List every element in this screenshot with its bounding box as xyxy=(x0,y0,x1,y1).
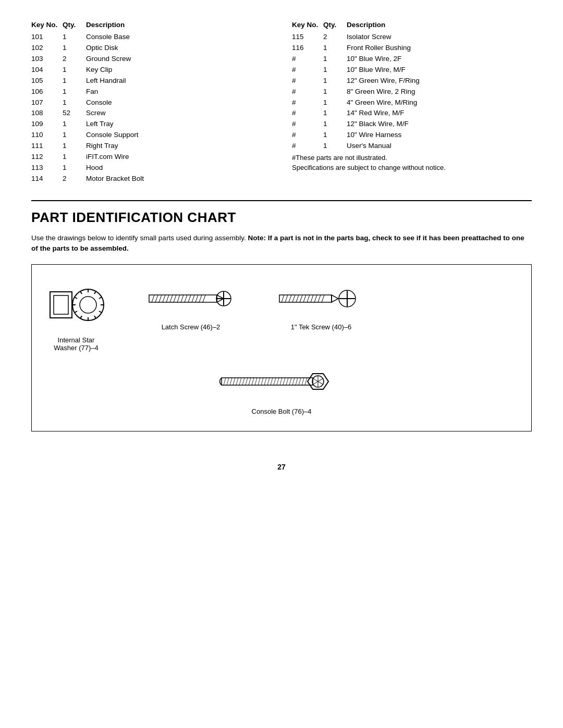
key-no: 109 xyxy=(31,119,63,130)
svg-line-78 xyxy=(299,378,301,385)
svg-line-40 xyxy=(292,295,295,302)
left-header-qty: Qty. xyxy=(63,21,86,29)
table-row: # 1 8" Green Wire, 2 Ring xyxy=(292,87,532,97)
table-row: 101 1 Console Base xyxy=(31,32,271,43)
svg-line-45 xyxy=(311,295,313,302)
table-row: # 1 10" Wire Harness xyxy=(292,130,532,141)
table-row: 116 1 Front Roller Bushing xyxy=(292,43,532,54)
description: 10" Blue Wire, 2F xyxy=(347,54,532,65)
key-no: # xyxy=(292,119,323,130)
qty: 1 xyxy=(323,65,347,76)
qty: 2 xyxy=(323,32,347,43)
qty: 1 xyxy=(63,130,86,141)
svg-line-55 xyxy=(227,378,229,385)
svg-line-48 xyxy=(322,295,324,302)
description: User's Manual xyxy=(347,141,532,152)
svg-line-54 xyxy=(224,378,226,385)
svg-line-46 xyxy=(314,295,317,302)
svg-rect-1 xyxy=(54,295,68,314)
svg-line-5 xyxy=(94,291,96,294)
console-bolt-item: Console Bolt (76)–4 xyxy=(219,362,344,415)
svg-line-21 xyxy=(166,295,169,302)
svg-line-30 xyxy=(199,295,202,302)
svg-line-74 xyxy=(286,378,288,385)
svg-point-3 xyxy=(80,297,96,313)
svg-line-23 xyxy=(174,295,176,302)
svg-line-15 xyxy=(80,291,82,294)
table-row: 114 2 Motor Bracket Bolt xyxy=(31,174,271,184)
description: 12" Black Wire, M/F xyxy=(347,119,532,130)
svg-line-70 xyxy=(274,378,276,385)
note-text: #These parts are not illustrated. xyxy=(292,154,532,162)
qty: 1 xyxy=(63,76,86,87)
page-number: 27 xyxy=(31,463,532,471)
svg-line-72 xyxy=(280,378,282,385)
svg-line-27 xyxy=(188,295,191,302)
table-row: 107 1 Console xyxy=(31,97,271,108)
table-row: # 1 10" Blue Wire, 2F xyxy=(292,54,532,65)
description: 8" Green Wire, 2 Ring xyxy=(347,87,532,97)
key-no: 107 xyxy=(31,97,63,108)
console-bolt-label: Console Bolt (76)–4 xyxy=(252,408,312,415)
svg-line-14 xyxy=(75,297,77,299)
internal-star-washer-label: Internal StarWasher (77)–4 xyxy=(54,336,99,352)
table-row: # 1 12" Black Wire, M/F xyxy=(292,119,532,130)
key-no: 108 xyxy=(31,108,63,119)
qty: 1 xyxy=(323,87,347,97)
svg-line-26 xyxy=(185,295,187,302)
left-column-header: Key No. Qty. Description xyxy=(31,21,271,29)
svg-line-60 xyxy=(242,378,244,385)
table-row: 115 2 Isolator Screw xyxy=(292,32,532,43)
qty: 1 xyxy=(63,43,86,54)
svg-line-24 xyxy=(177,295,180,302)
svg-line-22 xyxy=(170,295,173,302)
key-no: 110 xyxy=(31,130,63,141)
table-row: 113 1 Hood xyxy=(31,163,271,174)
key-no: 104 xyxy=(31,65,63,76)
description: Isolator Screw xyxy=(347,32,532,43)
description: Screw xyxy=(86,108,271,119)
qty: 1 xyxy=(323,130,347,141)
diagram-row-1: Internal StarWasher (77)–4 xyxy=(47,280,516,352)
svg-line-68 xyxy=(267,378,270,385)
description: Console xyxy=(86,97,271,108)
description: 10" Blue Wire, M/F xyxy=(347,65,532,76)
key-no: 112 xyxy=(31,152,63,163)
table-row: 102 1 Optic Disk xyxy=(31,43,271,54)
parts-list-section: Key No. Qty. Description 101 1 Console B… xyxy=(31,21,532,184)
diagram-row-2: Console Bolt (76)–4 xyxy=(47,362,516,415)
latch-screw-item: Latch Screw (46)–2 xyxy=(146,280,235,331)
qty: 1 xyxy=(323,108,347,119)
table-row: 104 1 Key Clip xyxy=(31,65,271,76)
latch-screw-svg xyxy=(146,280,235,317)
internal-star-washer-item: Internal StarWasher (77)–4 xyxy=(47,280,105,352)
svg-line-58 xyxy=(236,378,238,385)
svg-line-65 xyxy=(258,378,260,385)
svg-line-19 xyxy=(159,295,162,302)
left-header-desc: Description xyxy=(86,21,271,29)
part-identification-chart: PART IDENTIFICATION CHART Use the drawin… xyxy=(31,209,532,432)
description: 12" Green Wire, F/Ring xyxy=(347,76,532,87)
svg-line-41 xyxy=(296,295,299,302)
description: 4" Green Wire, M/Ring xyxy=(347,97,532,108)
description: Key Clip xyxy=(86,65,271,76)
svg-line-79 xyxy=(302,378,304,385)
tek-screw-label: 1" Tek Screw (40)–6 xyxy=(291,323,351,331)
description: Motor Bracket Bolt xyxy=(86,174,271,184)
qty: 52 xyxy=(63,108,86,119)
svg-line-77 xyxy=(296,378,298,385)
description: Front Roller Bushing xyxy=(347,43,532,54)
right-parts-column: Key No. Qty. Description 115 2 Isolator … xyxy=(292,21,532,184)
svg-line-11 xyxy=(80,316,82,318)
svg-line-6 xyxy=(99,297,102,299)
qty: 1 xyxy=(323,119,347,130)
qty: 1 xyxy=(63,141,86,152)
table-row: # 1 14" Red Wire, M/F xyxy=(292,108,532,119)
right-column-header: Key No. Qty. Description xyxy=(292,21,532,29)
key-no: 113 xyxy=(31,163,63,174)
svg-line-37 xyxy=(282,295,284,302)
table-row: # 1 12" Green Wire, F/Ring xyxy=(292,76,532,87)
table-row: 112 1 iFIT.com Wire xyxy=(31,152,271,163)
key-no: 105 xyxy=(31,76,63,87)
table-row: 109 1 Left Tray xyxy=(31,119,271,130)
